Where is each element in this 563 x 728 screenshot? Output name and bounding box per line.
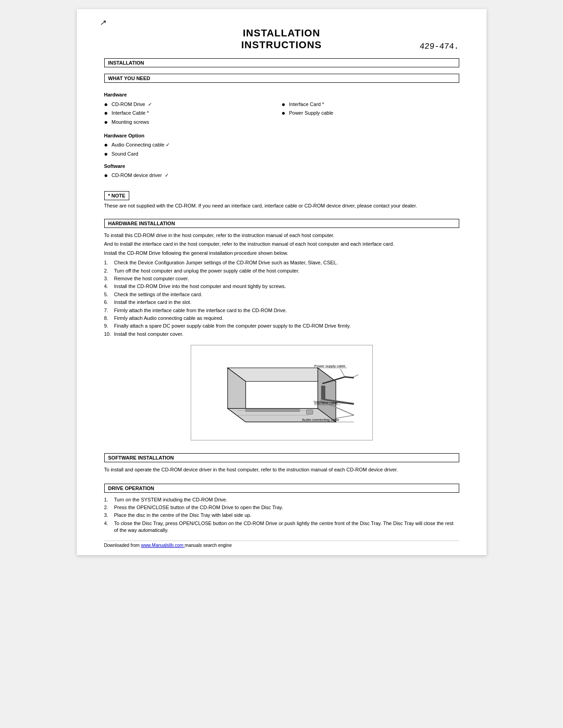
- note-text: These are not supplied with the CD-ROM. …: [104, 202, 459, 210]
- list-item: ● Interface Cable *: [104, 109, 282, 117]
- hardware-column-right: ● Interface Card * ● Power Supply cable: [282, 101, 459, 127]
- software-label: Software: [104, 162, 459, 170]
- bullet-icon: ●: [104, 150, 108, 158]
- list-item: 7.Firmly attach the interface cable from…: [104, 307, 459, 314]
- footer-suffix: manuals search engine: [185, 543, 232, 548]
- list-item: ● Sound Card: [104, 150, 459, 158]
- svg-line-19: [335, 415, 354, 419]
- drive-operation-body: 1.Turn on the SYSTEM including the CD-RO…: [104, 496, 459, 534]
- list-item: 3.Place the disc in the centre of the Di…: [104, 512, 459, 519]
- list-item: ● Power Supply cable: [282, 109, 459, 117]
- page-title: INSTALLATION INSTRUCTIONS: [104, 27, 459, 51]
- bullet-icon: ●: [104, 118, 108, 126]
- list-item: 3.Remove the host computer cover.: [104, 275, 459, 282]
- item-text: CD-ROM device driver ✓: [112, 172, 169, 179]
- bullet-icon: ●: [104, 172, 108, 179]
- list-item: 10.Install the host computer cover.: [104, 331, 459, 338]
- hardware-installation-header: HARDWARE INSTALLATION: [104, 219, 459, 228]
- hardware-option-label: Hardware Option: [104, 132, 459, 140]
- svg-line-13: [351, 375, 358, 378]
- asterisk-mark: *: [322, 101, 324, 107]
- svg-text:Audio connecting cable: Audio connecting cable: [302, 418, 339, 422]
- what-you-need-header: WHAT YOU NEED: [104, 74, 459, 83]
- svg-rect-6: [245, 410, 299, 412]
- svg-rect-10: [321, 386, 325, 399]
- list-item: 4.To close the Disc Tray, press OPEN/CLO…: [104, 520, 459, 534]
- svg-rect-7: [306, 410, 313, 415]
- item-text: Power Supply cable: [289, 109, 333, 117]
- hardware-intro-3: Install the CD-ROM Drive following the g…: [104, 249, 459, 257]
- bullet-icon: ●: [104, 109, 108, 117]
- drive-operation-steps: 1.Turn on the SYSTEM including the CD-RO…: [104, 496, 459, 534]
- checkmark-icon: ✓: [166, 142, 170, 147]
- note-section: * NOTE These are not supplied with the C…: [104, 186, 459, 210]
- list-item: 1.Turn on the SYSTEM including the CD-RO…: [104, 496, 459, 503]
- software-install-text: To install and operate the CD-ROM device…: [104, 466, 459, 474]
- list-item: 2.Turn off the host computer and unplug …: [104, 268, 459, 274]
- drive-svg: Power supply cable Interface cable Audio…: [191, 345, 372, 440]
- handwritten-note: 429-474.: [419, 42, 459, 51]
- list-item: 6.Install the interface card in the slot…: [104, 299, 459, 306]
- top-decoration: ↗: [100, 18, 106, 27]
- list-item: ● Audio Connecting cable✓: [104, 141, 459, 149]
- bullet-icon: ●: [104, 101, 108, 108]
- footer-link[interactable]: www.Manualslib.com: [141, 543, 185, 548]
- bullet-icon: ●: [282, 109, 285, 117]
- list-item: ● Mounting screws: [104, 118, 282, 126]
- checkmark-icon: ✓: [165, 172, 169, 178]
- list-item: 2.Press the OPEN/CLOSE button of the CD-…: [104, 504, 459, 511]
- list-item: 9.Finally attach a spare DC power supply…: [104, 323, 459, 329]
- item-text: Mounting screws: [112, 118, 149, 126]
- hardware-column-left: ● CD-ROM Drive ✓ ● Interface Cable * ● M…: [104, 101, 282, 127]
- item-text: Interface Cable *: [112, 109, 149, 117]
- bullet-icon: ●: [282, 101, 285, 108]
- svg-text:Power supply cable: Power supply cable: [314, 364, 345, 368]
- title-line1: INSTALLATION: [104, 27, 459, 39]
- cd-rom-illustration: Power supply cable Interface cable Audio…: [104, 345, 459, 440]
- item-text: Audio Connecting cable✓: [112, 141, 170, 149]
- software-install-body: To install and operate the CD-ROM device…: [104, 466, 459, 474]
- hardware-label: Hardware: [104, 91, 459, 99]
- page: ↗ INSTALLATION INSTRUCTIONS 429-474. INS…: [77, 9, 487, 555]
- hardware-section: Hardware ● CD-ROM Drive ✓ ● Interface Ca…: [104, 91, 459, 179]
- illustration-container: Power supply cable Interface cable Audio…: [191, 345, 373, 440]
- asterisk-mark: *: [147, 110, 149, 116]
- drive-operation-header: DRIVE OPERATION: [104, 484, 459, 493]
- software-installation-header: SOFTWARE INSTALLATION: [104, 453, 459, 462]
- item-text: Sound Card: [112, 150, 138, 158]
- hardware-intro-2: And to install the interface card in the…: [104, 240, 459, 248]
- list-item: 4.Install the CD-ROM Drive into the host…: [104, 283, 459, 290]
- list-item: 1.Check the Device Configuration Jumper …: [104, 259, 459, 266]
- hardware-install-body: To install this CD-ROM drive in the host…: [104, 232, 459, 338]
- bullet-icon: ●: [104, 141, 108, 149]
- hardware-install-steps: 1.Check the Device Configuration Jumper …: [104, 259, 459, 338]
- list-item: ● CD-ROM device driver ✓: [104, 172, 459, 179]
- list-item: 5.Check the settings of the interface ca…: [104, 291, 459, 298]
- hardware-intro-1: To install this CD-ROM drive in the host…: [104, 232, 459, 239]
- footer: Downloaded from www.Manualslib.com manua…: [104, 541, 459, 548]
- list-item: ● CD-ROM Drive ✓: [104, 101, 282, 108]
- note-label: * NOTE: [104, 191, 130, 200]
- checkmark-icon: ✓: [148, 101, 152, 107]
- title-line2: INSTRUCTIONS: [104, 39, 459, 51]
- installation-header: INSTALLATION: [104, 58, 459, 67]
- hardware-columns: ● CD-ROM Drive ✓ ● Interface Cable * ● M…: [104, 101, 459, 127]
- list-item: 8.Firmly attach Audio connecting cable a…: [104, 315, 459, 322]
- footer-text: Downloaded from: [104, 543, 141, 548]
- list-item: ● Interface Card *: [282, 101, 459, 108]
- item-text: CD-ROM Drive ✓: [112, 101, 152, 108]
- item-text: Interface Card *: [289, 101, 324, 108]
- svg-line-15: [340, 369, 345, 377]
